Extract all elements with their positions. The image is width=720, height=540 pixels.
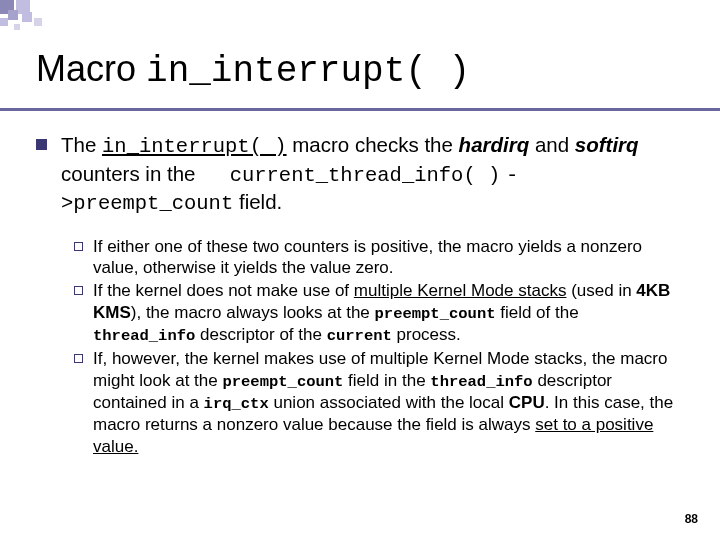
- sub-bullet-text: If either one of these two counters is p…: [93, 236, 684, 279]
- decorative-squares: [0, 0, 80, 40]
- sub-bullet-item: If the kernel does not make use of multi…: [74, 280, 684, 346]
- slide-body: The in_interrupt( ) macro checks the har…: [36, 132, 684, 459]
- title-prefix: Macro: [36, 48, 146, 89]
- slide-title: Macro in_interrupt( ): [36, 48, 470, 92]
- bullet-hollow-icon: [74, 354, 83, 363]
- bullet-hollow-icon: [74, 242, 83, 251]
- horizontal-rule: [0, 108, 720, 111]
- sub-bullet-text: If, however, the kernel makes use of mul…: [93, 348, 684, 457]
- sub-bullet-item: If either one of these two counters is p…: [74, 236, 684, 279]
- bullet-hollow-icon: [74, 286, 83, 295]
- slide-number: 88: [685, 512, 698, 526]
- main-paragraph-text: The in_interrupt( ) macro checks the har…: [61, 132, 684, 218]
- sub-bullet-list: If either one of these two counters is p…: [74, 236, 684, 457]
- main-paragraph: The in_interrupt( ) macro checks the har…: [36, 132, 684, 218]
- title-code: in_interrupt( ): [146, 51, 470, 92]
- sub-bullet-text: If the kernel does not make use of multi…: [93, 280, 684, 346]
- bullet-square-icon: [36, 139, 47, 150]
- sub-bullet-item: If, however, the kernel makes use of mul…: [74, 348, 684, 457]
